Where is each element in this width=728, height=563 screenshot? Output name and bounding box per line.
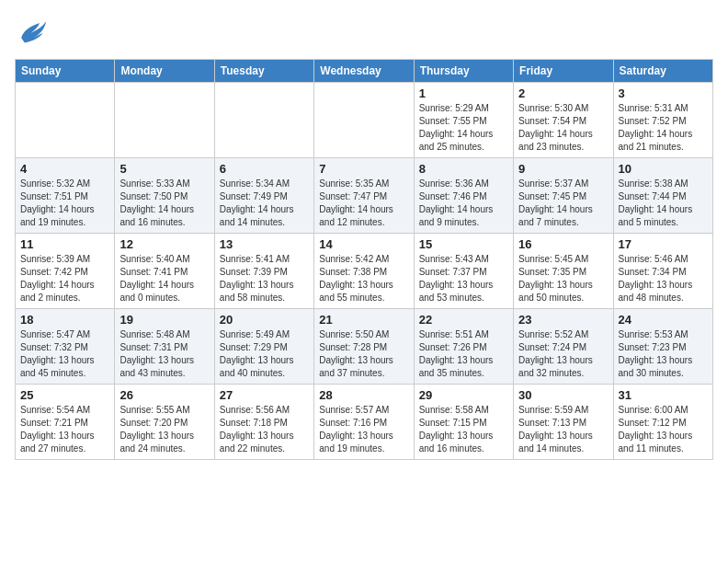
day-number: 3 bbox=[619, 86, 708, 100]
day-detail: Sunrise: 5:55 AM Sunset: 7:20 PM Dayligh… bbox=[119, 404, 209, 455]
calendar-cell: 17Sunrise: 5:46 AM Sunset: 7:34 PM Dayli… bbox=[613, 234, 712, 309]
day-number: 15 bbox=[419, 237, 508, 251]
logo-icon bbox=[15, 15, 48, 48]
day-number: 29 bbox=[419, 388, 508, 402]
day-number: 22 bbox=[419, 313, 508, 327]
calendar-cell: 16Sunrise: 5:45 AM Sunset: 7:35 PM Dayli… bbox=[514, 234, 613, 309]
day-number: 19 bbox=[119, 313, 209, 327]
day-detail: Sunrise: 5:32 AM Sunset: 7:51 PM Dayligh… bbox=[20, 178, 109, 229]
day-detail: Sunrise: 5:41 AM Sunset: 7:39 PM Dayligh… bbox=[220, 253, 309, 304]
day-detail: Sunrise: 5:50 AM Sunset: 7:28 PM Dayligh… bbox=[319, 328, 408, 380]
day-number: 4 bbox=[20, 162, 109, 176]
day-number: 18 bbox=[20, 313, 109, 327]
day-detail: Sunrise: 5:57 AM Sunset: 7:16 PM Dayligh… bbox=[319, 404, 408, 455]
day-detail: Sunrise: 5:39 AM Sunset: 7:42 PM Dayligh… bbox=[20, 253, 109, 304]
day-number: 9 bbox=[518, 162, 608, 176]
day-number: 21 bbox=[319, 313, 408, 327]
day-detail: Sunrise: 5:47 AM Sunset: 7:32 PM Dayligh… bbox=[20, 328, 109, 380]
day-detail: Sunrise: 5:46 AM Sunset: 7:34 PM Dayligh… bbox=[619, 253, 708, 304]
calendar-header-saturday: Saturday bbox=[613, 60, 712, 83]
day-number: 28 bbox=[319, 388, 408, 402]
calendar-cell: 14Sunrise: 5:42 AM Sunset: 7:38 PM Dayli… bbox=[314, 234, 414, 309]
day-detail: Sunrise: 5:54 AM Sunset: 7:21 PM Dayligh… bbox=[20, 404, 109, 455]
calendar-cell: 8Sunrise: 5:36 AM Sunset: 7:46 PM Daylig… bbox=[414, 158, 513, 234]
calendar-cell: 10Sunrise: 5:38 AM Sunset: 7:44 PM Dayli… bbox=[613, 158, 712, 234]
calendar-cell: 24Sunrise: 5:53 AM Sunset: 7:23 PM Dayli… bbox=[613, 309, 712, 385]
day-detail: Sunrise: 5:48 AM Sunset: 7:31 PM Dayligh… bbox=[119, 328, 209, 380]
day-number: 30 bbox=[518, 388, 608, 402]
header bbox=[15, 15, 713, 48]
day-detail: Sunrise: 5:52 AM Sunset: 7:24 PM Dayligh… bbox=[518, 328, 608, 380]
day-number: 26 bbox=[119, 388, 209, 402]
calendar-cell: 1Sunrise: 5:29 AM Sunset: 7:55 PM Daylig… bbox=[414, 83, 513, 158]
day-number: 1 bbox=[419, 86, 508, 100]
calendar-header-tuesday: Tuesday bbox=[214, 60, 313, 83]
calendar-header-monday: Monday bbox=[115, 60, 214, 83]
calendar-cell: 28Sunrise: 5:57 AM Sunset: 7:16 PM Dayli… bbox=[314, 385, 414, 460]
day-detail: Sunrise: 5:29 AM Sunset: 7:55 PM Dayligh… bbox=[419, 102, 508, 154]
calendar-cell: 13Sunrise: 5:41 AM Sunset: 7:39 PM Dayli… bbox=[214, 234, 313, 309]
day-number: 25 bbox=[20, 388, 109, 402]
calendar-cell bbox=[214, 83, 313, 158]
day-number: 10 bbox=[619, 162, 708, 176]
day-detail: Sunrise: 5:30 AM Sunset: 7:54 PM Dayligh… bbox=[518, 102, 608, 154]
calendar-week-4: 18Sunrise: 5:47 AM Sunset: 7:32 PM Dayli… bbox=[16, 309, 713, 385]
calendar-week-2: 4Sunrise: 5:32 AM Sunset: 7:51 PM Daylig… bbox=[16, 158, 713, 234]
calendar-cell: 30Sunrise: 5:59 AM Sunset: 7:13 PM Dayli… bbox=[514, 385, 613, 460]
calendar-cell: 20Sunrise: 5:49 AM Sunset: 7:29 PM Dayli… bbox=[214, 309, 313, 385]
day-number: 14 bbox=[319, 237, 408, 251]
calendar-week-3: 11Sunrise: 5:39 AM Sunset: 7:42 PM Dayli… bbox=[16, 234, 713, 309]
day-detail: Sunrise: 5:31 AM Sunset: 7:52 PM Dayligh… bbox=[619, 102, 708, 154]
calendar-cell: 29Sunrise: 5:58 AM Sunset: 7:15 PM Dayli… bbox=[414, 385, 513, 460]
day-number: 7 bbox=[319, 162, 408, 176]
day-detail: Sunrise: 5:38 AM Sunset: 7:44 PM Dayligh… bbox=[619, 178, 708, 229]
calendar-cell: 2Sunrise: 5:30 AM Sunset: 7:54 PM Daylig… bbox=[514, 83, 613, 158]
calendar-week-5: 25Sunrise: 5:54 AM Sunset: 7:21 PM Dayli… bbox=[16, 385, 713, 460]
day-detail: Sunrise: 6:00 AM Sunset: 7:12 PM Dayligh… bbox=[619, 404, 708, 455]
calendar-cell: 5Sunrise: 5:33 AM Sunset: 7:50 PM Daylig… bbox=[115, 158, 214, 234]
day-number: 27 bbox=[220, 388, 309, 402]
day-number: 8 bbox=[419, 162, 508, 176]
calendar-cell: 3Sunrise: 5:31 AM Sunset: 7:52 PM Daylig… bbox=[613, 83, 712, 158]
day-number: 20 bbox=[220, 313, 309, 327]
day-number: 16 bbox=[518, 237, 608, 251]
calendar-header-friday: Friday bbox=[514, 60, 613, 83]
calendar-cell: 7Sunrise: 5:35 AM Sunset: 7:47 PM Daylig… bbox=[314, 158, 414, 234]
day-number: 23 bbox=[518, 313, 608, 327]
calendar-cell: 9Sunrise: 5:37 AM Sunset: 7:45 PM Daylig… bbox=[514, 158, 613, 234]
calendar-cell: 6Sunrise: 5:34 AM Sunset: 7:49 PM Daylig… bbox=[214, 158, 313, 234]
calendar-cell: 22Sunrise: 5:51 AM Sunset: 7:26 PM Dayli… bbox=[414, 309, 513, 385]
day-detail: Sunrise: 5:40 AM Sunset: 7:41 PM Dayligh… bbox=[119, 253, 209, 304]
day-number: 12 bbox=[119, 237, 209, 251]
calendar-header-thursday: Thursday bbox=[414, 60, 513, 83]
calendar-cell: 19Sunrise: 5:48 AM Sunset: 7:31 PM Dayli… bbox=[115, 309, 214, 385]
day-detail: Sunrise: 5:43 AM Sunset: 7:37 PM Dayligh… bbox=[419, 253, 508, 304]
day-detail: Sunrise: 5:49 AM Sunset: 7:29 PM Dayligh… bbox=[220, 328, 309, 380]
calendar-cell: 31Sunrise: 6:00 AM Sunset: 7:12 PM Dayli… bbox=[613, 385, 712, 460]
day-detail: Sunrise: 5:45 AM Sunset: 7:35 PM Dayligh… bbox=[518, 253, 608, 304]
day-detail: Sunrise: 5:51 AM Sunset: 7:26 PM Dayligh… bbox=[419, 328, 508, 380]
calendar-cell bbox=[115, 83, 214, 158]
calendar-table: SundayMondayTuesdayWednesdayThursdayFrid… bbox=[15, 59, 713, 460]
day-detail: Sunrise: 5:35 AM Sunset: 7:47 PM Dayligh… bbox=[319, 178, 408, 229]
day-number: 13 bbox=[220, 237, 309, 251]
day-detail: Sunrise: 5:53 AM Sunset: 7:23 PM Dayligh… bbox=[619, 328, 708, 380]
calendar-cell: 15Sunrise: 5:43 AM Sunset: 7:37 PM Dayli… bbox=[414, 234, 513, 309]
day-number: 31 bbox=[619, 388, 708, 402]
calendar-cell: 27Sunrise: 5:56 AM Sunset: 7:18 PM Dayli… bbox=[214, 385, 313, 460]
calendar-header-sunday: Sunday bbox=[16, 60, 115, 83]
day-number: 2 bbox=[518, 86, 608, 100]
calendar-cell: 26Sunrise: 5:55 AM Sunset: 7:20 PM Dayli… bbox=[115, 385, 214, 460]
day-number: 11 bbox=[20, 237, 109, 251]
day-detail: Sunrise: 5:37 AM Sunset: 7:45 PM Dayligh… bbox=[518, 178, 608, 229]
day-number: 17 bbox=[619, 237, 708, 251]
day-detail: Sunrise: 5:56 AM Sunset: 7:18 PM Dayligh… bbox=[220, 404, 309, 455]
day-number: 24 bbox=[619, 313, 708, 327]
calendar-week-1: 1Sunrise: 5:29 AM Sunset: 7:55 PM Daylig… bbox=[16, 83, 713, 158]
day-detail: Sunrise: 5:58 AM Sunset: 7:15 PM Dayligh… bbox=[419, 404, 508, 455]
calendar-header-row: SundayMondayTuesdayWednesdayThursdayFrid… bbox=[16, 60, 713, 83]
day-detail: Sunrise: 5:59 AM Sunset: 7:13 PM Dayligh… bbox=[518, 404, 608, 455]
calendar-cell bbox=[314, 83, 414, 158]
day-detail: Sunrise: 5:42 AM Sunset: 7:38 PM Dayligh… bbox=[319, 253, 408, 304]
calendar-cell: 12Sunrise: 5:40 AM Sunset: 7:41 PM Dayli… bbox=[115, 234, 214, 309]
